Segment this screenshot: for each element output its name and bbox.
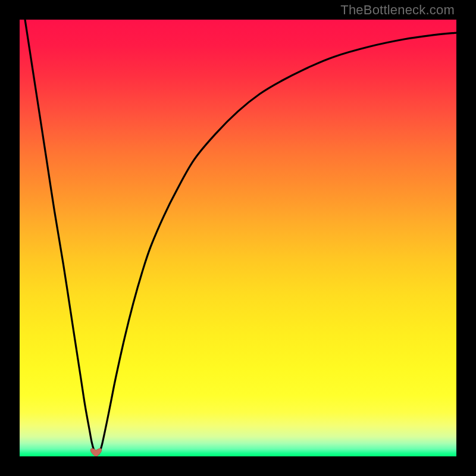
watermark-label: TheBottleneck.com bbox=[340, 2, 455, 18]
chart-frame: TheBottleneck.com bbox=[0, 0, 476, 476]
heart-icon bbox=[90, 449, 101, 456]
bottleneck-curve bbox=[20, 20, 456, 455]
min-marker-icon bbox=[90, 449, 101, 456]
plot-area bbox=[20, 20, 456, 456]
curve-layer bbox=[20, 20, 456, 456]
